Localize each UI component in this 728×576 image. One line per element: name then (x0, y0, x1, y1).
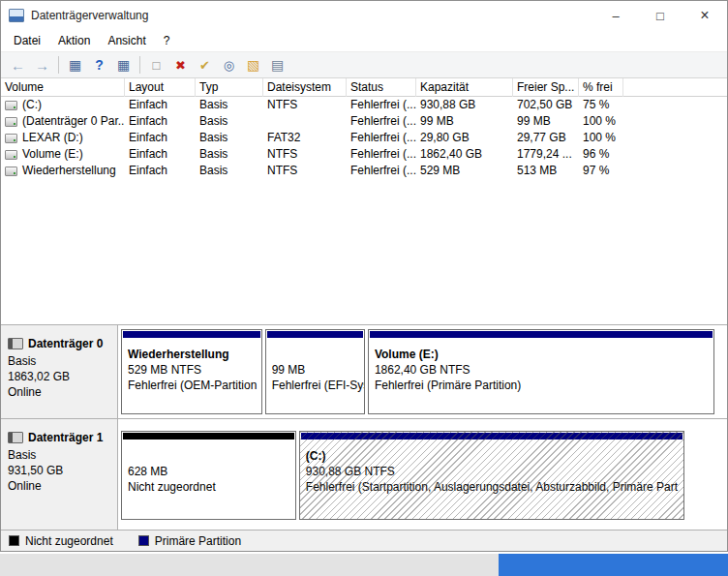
properties-window-icon[interactable]: ▦ (112, 54, 135, 76)
disk-status: Online (8, 478, 113, 494)
status-cell: Fehlerfrei (... (347, 146, 416, 163)
minimize-button[interactable]: – (593, 1, 638, 30)
disk-icon (8, 432, 23, 443)
disk-1-header[interactable]: Datenträger 1 Basis 931,50 GB Online (1, 419, 118, 530)
title-bar: Datenträgerverwaltung – □ × (1, 1, 727, 30)
column-header-status[interactable]: Status (347, 78, 416, 97)
legend-bar: Nicht zugeordnet Primäre Partition (1, 530, 727, 551)
table-row-wiederherstellung[interactable]: Wiederherstellung Einfach Basis NTFS Feh… (1, 163, 727, 179)
mark-active-icon[interactable]: ✔ (194, 54, 216, 76)
partition-status: Fehlerfrei (EFI-Sys (272, 378, 362, 393)
partition-size: 930,88 GB NTFS (306, 464, 682, 479)
partition-efi-system[interactable]: 99 MB Fehlerfrei (EFI-Sys (265, 329, 365, 414)
layout-cell: Einfach (125, 163, 196, 179)
table-row-e[interactable]: Volume (E:) Einfach Basis NTFS Fehlerfre… (1, 146, 727, 163)
status-cell: Fehlerfrei (... (347, 130, 416, 146)
column-header-volume[interactable]: Volume (1, 78, 125, 97)
partition-info: Wiederherstellung 529 MB NTFS Fehlerfrei… (122, 339, 261, 393)
disk-type: Basis (8, 353, 113, 369)
column-header-dateisystem[interactable]: Dateisystem (263, 78, 347, 97)
drive-icon (5, 134, 17, 143)
partition-status: Fehlerfrei (Primäre Partition) (375, 378, 712, 393)
menu-aktion[interactable]: Aktion (49, 31, 99, 50)
drive-icon (5, 117, 17, 127)
volume-cell: (Datenträger 0 Par... (1, 113, 125, 130)
status-cell: Fehlerfrei (... (347, 97, 416, 113)
column-header-freier-speicher[interactable]: Freier Sp... (513, 78, 579, 97)
back-icon[interactable]: ← (7, 54, 29, 76)
partition-c[interactable]: (C:) 930,88 GB NTFS Fehlerfrei (Startpar… (299, 431, 684, 520)
volume-label: Volume (E:) (22, 146, 83, 163)
volume-cell: Wiederherstellung (1, 163, 125, 179)
explore-icon[interactable]: ◎ (218, 54, 240, 76)
volume-cell: LEXAR (D:) (1, 130, 125, 146)
console-tree-icon[interactable]: ▦ (64, 54, 86, 76)
status-cell: Fehlerfrei (... (347, 113, 416, 130)
column-header-kapazitaet[interactable]: Kapazität (416, 78, 513, 97)
kapazitaet-cell: 29,80 GB (416, 130, 513, 146)
disk-size: 931,50 GB (8, 463, 113, 478)
partition-color-band (301, 433, 682, 440)
partition-color-band (267, 331, 363, 338)
partition-title: (C:) (306, 448, 682, 464)
help-icon[interactable]: ? (88, 54, 110, 76)
column-header-typ[interactable]: Typ (196, 78, 263, 97)
partition-color-band (123, 433, 294, 440)
delete-volume-icon[interactable]: ✖ (169, 54, 192, 76)
volume-list: Volume Layout Typ Dateisystem Status Kap… (1, 78, 727, 179)
partition-size: 99 MB (272, 362, 362, 378)
column-header-layout[interactable]: Layout (125, 78, 196, 97)
table-row-c[interactable]: (C:) Einfach Basis NTFS Fehlerfrei (... … (1, 97, 727, 113)
list-view-icon[interactable]: ▤ (266, 54, 288, 76)
menu-hilfe[interactable]: ? (155, 31, 179, 50)
drive-icon (5, 150, 17, 160)
layout-cell: Einfach (125, 97, 196, 113)
kapazitaet-cell: 1862,40 GB (416, 146, 513, 163)
menu-datei[interactable]: Datei (5, 31, 49, 50)
close-button[interactable]: × (682, 1, 727, 30)
partition-color-band (370, 331, 713, 338)
partition-status: Nicht zugeordnet (128, 479, 293, 495)
disk-size: 1863,02 GB (8, 369, 113, 384)
table-row-lexar[interactable]: LEXAR (D:) Einfach Basis FAT32 Fehlerfre… (1, 130, 727, 146)
dateisystem-cell: NTFS (263, 163, 347, 179)
taskbar-button[interactable] (499, 554, 728, 576)
disk-0-partitions: Wiederherstellung 529 MB NTFS Fehlerfrei… (118, 325, 727, 418)
typ-cell: Basis (196, 97, 263, 113)
disk-0-header[interactable]: Datenträger 0 Basis 1863,02 GB Online (1, 325, 118, 418)
partition-title: Wiederherstellung (128, 347, 259, 362)
kapazitaet-cell: 529 MB (416, 163, 513, 179)
prozent-frei-cell: 75 % (579, 97, 623, 113)
partition-unallocated[interactable]: 628 MB Nicht zugeordnet (121, 431, 296, 520)
forward-icon[interactable]: → (31, 54, 53, 76)
maximize-button[interactable]: □ (638, 1, 682, 30)
partition-info: (C:) 930,88 GB NTFS Fehlerfrei (Startpar… (300, 440, 683, 495)
toolbar: ← → ▦ ? ▦ □ ✖ ✔ ◎ ▧ ▤ (1, 51, 727, 78)
volume-cell: (C:) (1, 97, 125, 113)
partition-wiederherstellung[interactable]: Wiederherstellung 529 MB NTFS Fehlerfrei… (121, 329, 262, 414)
column-header-prozent-frei[interactable]: % frei (579, 78, 623, 97)
menu-bar: Datei Aktion Ansicht ? (1, 30, 727, 51)
disk-name: Datenträger 0 (28, 336, 103, 351)
partition-status: Fehlerfrei (Startpartition, Auslagerungs… (306, 479, 682, 495)
open-folder-icon[interactable]: ▧ (242, 54, 264, 76)
partition-info: 99 MB Fehlerfrei (EFI-Sys (266, 339, 364, 393)
prozent-frei-cell: 100 % (579, 113, 623, 130)
volume-list-header: Volume Layout Typ Dateisystem Status Kap… (1, 78, 727, 97)
table-row-efi[interactable]: (Datenträger 0 Par... Einfach Basis Fehl… (1, 113, 727, 130)
partition-status: Fehlerfrei (OEM-Partition (128, 378, 259, 393)
partition-volume-e[interactable]: Volume (E:) 1862,40 GB NTFS Fehlerfrei (… (368, 329, 714, 414)
unallocated-swatch (9, 535, 19, 546)
partition-info: 628 MB Nicht zugeordnet (122, 440, 295, 495)
toolbar-separator (139, 56, 140, 74)
kapazitaet-cell: 930,88 GB (416, 97, 513, 113)
disk-name: Datenträger 1 (28, 430, 103, 445)
status-cell: Fehlerfrei (... (347, 163, 416, 179)
dateisystem-cell: NTFS (263, 146, 347, 163)
command-icon[interactable]: □ (145, 54, 167, 76)
legend-item-unallocated: Nicht zugeordnet (9, 534, 113, 548)
drive-icon (5, 167, 17, 176)
dateisystem-cell: FAT32 (263, 130, 347, 146)
primary-partition-swatch (138, 535, 149, 546)
menu-ansicht[interactable]: Ansicht (99, 31, 154, 50)
